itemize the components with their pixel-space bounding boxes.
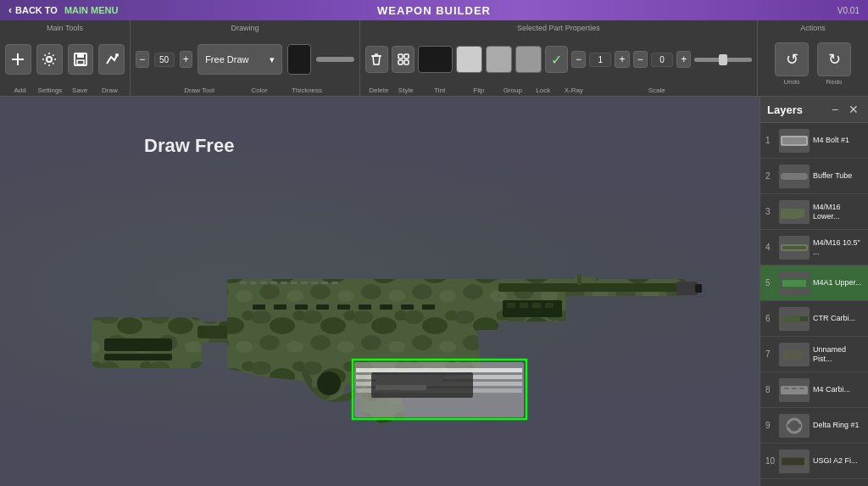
layer-item[interactable]: 7 Unnamed Pist... <box>760 337 868 372</box>
selected-upper-part <box>354 362 524 417</box>
scale-decrease-button[interactable]: − <box>571 51 586 68</box>
group-bottom-label: Group <box>498 87 528 94</box>
svg-rect-19 <box>104 338 172 351</box>
redo-button[interactable]: ↻ <box>817 42 851 76</box>
layer-item[interactable]: 9 Delta Ring #1 <box>760 408 868 444</box>
layer-number: 9 <box>765 421 776 430</box>
thickness-track[interactable] <box>316 57 354 62</box>
draw-button[interactable] <box>98 44 125 75</box>
color-swatch[interactable] <box>287 44 311 75</box>
drawing-label: Drawing <box>136 24 354 34</box>
layer-name: M4/M16 10.5" ... <box>813 238 863 257</box>
back-to-label: BACK TO <box>15 5 58 15</box>
gun-illustration <box>49 156 710 427</box>
layers-close-button[interactable]: ✕ <box>846 102 861 117</box>
actions-section: Actions ↺ Undo ↻ Redo <box>758 20 868 96</box>
confirm-button[interactable]: ✓ <box>545 46 568 73</box>
svg-rect-37 <box>274 304 287 310</box>
svg-rect-59 <box>376 375 443 382</box>
thickness-increase-button[interactable]: + <box>180 51 193 68</box>
dropdown-chevron-icon: ▾ <box>270 54 275 65</box>
settings-button[interactable] <box>36 44 63 75</box>
layer-item[interactable]: 6 CTR Carbi... <box>760 301 868 337</box>
layer-number: 4 <box>765 243 776 252</box>
selected-props-label: Selected Part Properties <box>365 24 752 34</box>
svg-rect-60 <box>376 385 426 390</box>
add-button[interactable] <box>5 44 31 75</box>
draw-tool-dropdown[interactable]: Free Draw ▾ <box>198 44 282 75</box>
layer-item[interactable]: 4 M4/M16 10.5" ... <box>760 230 868 265</box>
svg-rect-40 <box>337 304 350 310</box>
layer-item[interactable]: 1 M4 Bolt #1 <box>760 123 868 159</box>
delete-button[interactable] <box>365 46 388 73</box>
layer-item[interactable]: 3 M4/M16 Lower... <box>760 194 868 230</box>
svg-rect-20 <box>104 354 172 360</box>
back-button[interactable]: ‹ BACK TO MAIN MENU <box>8 4 118 16</box>
style-button[interactable] <box>392 46 415 73</box>
svg-rect-65 <box>532 303 541 308</box>
layers-title: Layers <box>767 103 803 116</box>
undo-button[interactable]: ↺ <box>775 42 809 76</box>
thickness-label: Thickness <box>281 87 332 94</box>
svg-rect-82 <box>782 458 806 465</box>
svg-rect-48 <box>676 282 698 295</box>
canvas-area[interactable]: Draw Free <box>0 97 760 486</box>
scale-track[interactable] <box>694 58 752 62</box>
layer-thumbnail <box>779 378 810 402</box>
svg-rect-45 <box>456 283 481 326</box>
tint-bottom-label: Tint <box>420 87 460 94</box>
layer-name: CTR Carbi... <box>813 314 863 323</box>
layer-thumbnail <box>779 450 810 473</box>
svg-rect-74 <box>800 316 808 321</box>
layer-thumbnail <box>779 165 810 188</box>
flip-swatch-3[interactable] <box>515 46 542 73</box>
svg-rect-8 <box>404 54 409 59</box>
layer-item[interactable]: 5 M4A1 Upper... <box>760 265 868 301</box>
layer-name: Delta Ring #1 <box>813 421 863 430</box>
svg-rect-38 <box>295 304 308 310</box>
layers-minimize-button[interactable]: − <box>827 102 843 117</box>
main-content: Draw Free <box>0 97 868 486</box>
undo-label: Undo <box>783 78 799 86</box>
svg-rect-28 <box>260 282 267 284</box>
layer-item[interactable]: 10 USGI A2 Fi... <box>760 444 868 479</box>
layer-item[interactable]: 8 M4 Carbi... <box>760 372 868 408</box>
version-label: V0.01 <box>837 6 860 15</box>
layer-name: M4A1 Upper... <box>813 278 863 288</box>
layer-name: M4 Carbi... <box>813 385 863 394</box>
layer-name: M4 Bolt #1 <box>813 136 863 145</box>
layer-name: Unnamed Pist... <box>813 345 863 364</box>
add-label: Add <box>5 87 35 94</box>
layer-item[interactable]: 2 Buffer Tube <box>760 159 868 194</box>
tint-swatch[interactable] <box>418 46 453 73</box>
draw-tool-value: Free Draw <box>205 54 248 64</box>
svg-rect-47 <box>498 283 685 292</box>
svg-rect-31 <box>291 282 298 284</box>
svg-rect-77 <box>792 388 797 389</box>
svg-rect-41 <box>359 304 371 310</box>
scale-value-1: 1 <box>589 53 611 67</box>
save-button[interactable] <box>68 44 94 75</box>
scale-increase-button[interactable]: + <box>615 51 629 68</box>
svg-rect-78 <box>799 388 804 389</box>
scale-thumb[interactable] <box>719 54 727 65</box>
draw-free-overlay: Draw Free <box>144 135 234 157</box>
main-tools-section: Main Tools Add Settings Save Draw <box>0 20 131 96</box>
lock-bottom-label: Lock <box>530 87 557 94</box>
svg-rect-44 <box>422 304 435 310</box>
svg-rect-39 <box>316 304 329 310</box>
flip-swatch-2[interactable] <box>486 46 512 73</box>
svg-rect-80 <box>787 424 801 427</box>
svg-rect-33 <box>311 282 318 284</box>
thickness-decrease-button[interactable]: − <box>136 51 149 68</box>
actions-label: Actions <box>763 24 863 34</box>
layer-number: 6 <box>765 314 776 323</box>
flip-swatch-1[interactable] <box>456 46 482 73</box>
scale-increase-button-2[interactable]: + <box>676 51 691 68</box>
svg-rect-10 <box>404 60 409 64</box>
layer-name: USGI A2 Fi... <box>813 456 863 466</box>
layer-name: M4/M16 Lower... <box>813 203 863 221</box>
scale-decrease-button-2[interactable]: − <box>633 51 648 68</box>
svg-rect-34 <box>321 282 328 284</box>
svg-rect-64 <box>520 303 528 308</box>
